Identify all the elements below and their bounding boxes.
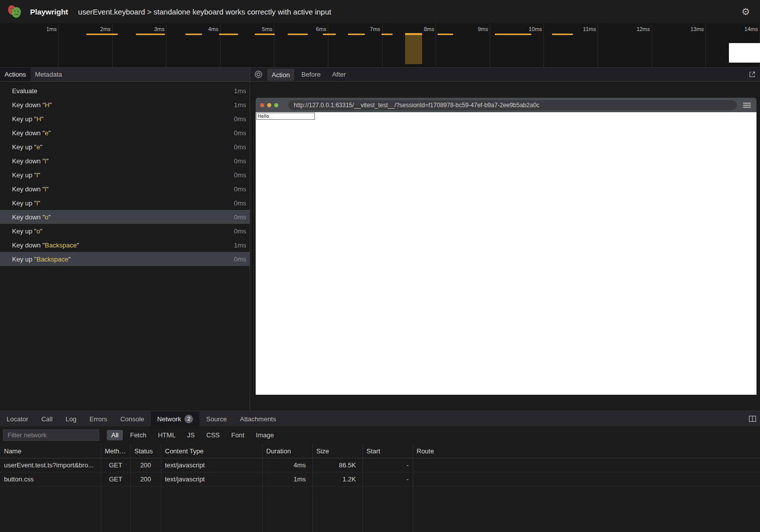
timeline-action-bar <box>86 34 118 35</box>
open-in-new-window-icon[interactable] <box>748 71 756 78</box>
action-duration: 0ms <box>234 227 246 235</box>
column-divider <box>161 444 161 532</box>
action-row[interactable]: Key down "l"0ms <box>0 182 250 196</box>
filter-chip-css[interactable]: CSS <box>202 430 225 440</box>
timeline-tick[interactable]: 2ms <box>59 23 113 67</box>
column-divider <box>130 444 131 532</box>
tab-metadata[interactable]: Metadata <box>31 68 67 81</box>
tab-locator[interactable]: Locator <box>0 411 35 426</box>
tab-after[interactable]: After <box>327 68 350 81</box>
timeline-tick[interactable]: 6ms <box>274 23 328 67</box>
action-duration: 0ms <box>234 199 246 207</box>
column-header-duration[interactable]: Duration <box>262 447 312 455</box>
timeline-screencast-thumbnail[interactable] <box>729 43 760 63</box>
column-header-name[interactable]: Name <box>0 447 101 455</box>
network-header-row: NameMethodStatusContent TypeDurationSize… <box>0 444 760 458</box>
bottom-tab-label: Source <box>206 415 227 423</box>
filter-chip-font[interactable]: Font <box>227 430 249 440</box>
filter-chip-all[interactable]: All <box>107 430 123 440</box>
filter-chip-image[interactable]: Image <box>251 430 278 440</box>
column-divider <box>362 444 363 532</box>
browser-menu-icon <box>743 103 751 108</box>
action-row[interactable]: Key up "Backspace"0ms <box>0 252 250 266</box>
timeline-tick[interactable]: 4ms <box>166 23 221 67</box>
column-header-start[interactable]: Start <box>362 447 413 455</box>
network-row[interactable]: userEvent.test.ts?import&bro...GET200tex… <box>0 458 760 472</box>
timeline-tick[interactable]: 7ms <box>328 23 383 67</box>
timeline[interactable]: 1ms2ms3ms4ms5ms6ms7ms8ms9ms10ms11ms12ms1… <box>0 23 760 68</box>
column-divider <box>262 444 263 532</box>
timeline-selected-range-bar <box>405 33 422 35</box>
network-filter-input[interactable] <box>3 429 99 441</box>
action-row[interactable]: Key down "Backspace"1ms <box>0 238 250 252</box>
timeline-ruler: 1ms2ms3ms4ms5ms6ms7ms8ms9ms10ms11ms12ms1… <box>0 23 760 67</box>
bottom-tab-label: Call <box>41 415 52 423</box>
timeline-tick[interactable]: 5ms <box>221 23 275 67</box>
action-duration: 1ms <box>234 101 246 109</box>
filter-chip-html[interactable]: HTML <box>153 430 180 440</box>
tab-log[interactable]: Log <box>59 411 83 426</box>
page-text-input: Hello <box>256 113 315 120</box>
network-row[interactable]: button.cssGET200text/javascript1ms1.2K- <box>0 472 760 486</box>
column-header-route[interactable]: Route <box>413 447 760 455</box>
action-key-value: H <box>37 115 41 123</box>
column-header-method[interactable]: Method <box>101 447 130 455</box>
actions-panel: ActionsMetadata Evaluate1msKey down "H"1… <box>0 68 250 411</box>
tab-console[interactable]: Console <box>114 411 151 426</box>
traffic-light-red-icon <box>260 103 264 107</box>
column-header-content-type[interactable]: Content Type <box>161 447 262 455</box>
tab-attachments[interactable]: Attachments <box>233 411 282 426</box>
tab-action[interactable]: Action <box>267 69 294 81</box>
network-cell: userEvent.test.ts?import&bro... <box>0 461 101 469</box>
action-duration: 0ms <box>234 157 246 165</box>
browser-chrome: http://127.0.0.1:63315/__vitest_test__/?… <box>256 98 756 112</box>
action-row[interactable]: Key down "e"0ms <box>0 126 250 140</box>
action-row[interactable]: Key up "e"0ms <box>0 140 250 154</box>
snapshot-tabstrip: ActionBeforeAfter <box>250 68 760 82</box>
timeline-tick[interactable]: 13ms <box>652 23 706 67</box>
network-cell: text/javascript <box>161 461 262 469</box>
action-row[interactable]: Key up "H"0ms <box>0 112 250 126</box>
bottom-tab-label: Console <box>120 415 144 423</box>
network-cell: 1.2K <box>312 475 362 483</box>
timeline-action-bar <box>136 34 165 35</box>
action-row[interactable]: Key up "l"0ms <box>0 168 250 182</box>
action-row[interactable]: Key down "l"0ms <box>0 154 250 168</box>
filter-chip-fetch[interactable]: Fetch <box>125 430 151 440</box>
tab-call[interactable]: Call <box>35 411 59 426</box>
playwright-logo-icon <box>7 4 22 19</box>
timeline-tick[interactable]: 1ms <box>0 23 59 67</box>
timeline-action-bar <box>185 34 202 35</box>
tab-actions[interactable]: Actions <box>0 68 31 81</box>
action-label: Key down "e" <box>12 129 234 137</box>
column-header-size[interactable]: Size <box>312 447 362 455</box>
timeline-action-bar <box>438 34 453 35</box>
timeline-tick[interactable]: 3ms <box>113 23 167 67</box>
timeline-tick[interactable]: 9ms <box>436 23 490 67</box>
snapshot-browser: http://127.0.0.1:63315/__vitest_test__/?… <box>256 98 756 395</box>
action-label: Key down "Backspace" <box>12 241 234 249</box>
pick-locator-target-icon[interactable] <box>254 70 263 79</box>
network-cell: 86.5K <box>312 461 362 469</box>
network-cell: GET <box>101 461 130 469</box>
tab-before[interactable]: Before <box>297 68 325 81</box>
tab-network[interactable]: Network2 <box>151 411 200 426</box>
action-row[interactable]: Key up "l"0ms <box>0 196 250 210</box>
app-name: Playwright <box>30 8 68 16</box>
action-row[interactable]: Evaluate1ms <box>0 84 250 98</box>
toggle-layout-columns-icon[interactable] <box>748 415 756 423</box>
timeline-tick[interactable]: 11ms <box>544 23 598 67</box>
filter-chip-js[interactable]: JS <box>182 430 199 440</box>
action-key-value: H <box>45 101 49 109</box>
action-label: Key up "l" <box>12 171 234 179</box>
tab-errors[interactable]: Errors <box>83 411 113 426</box>
timeline-tick[interactable]: 12ms <box>598 23 652 67</box>
column-header-status[interactable]: Status <box>130 447 161 455</box>
action-row[interactable]: Key down "o"0ms <box>0 210 250 224</box>
tab-source[interactable]: Source <box>200 411 233 426</box>
action-row[interactable]: Key down "H"1ms <box>0 98 250 112</box>
timeline-tick[interactable]: 10ms <box>490 23 544 67</box>
settings-gear-icon[interactable]: ⚙ <box>741 6 750 17</box>
action-row[interactable]: Key up "o"0ms <box>0 224 250 238</box>
column-divider <box>312 444 313 532</box>
